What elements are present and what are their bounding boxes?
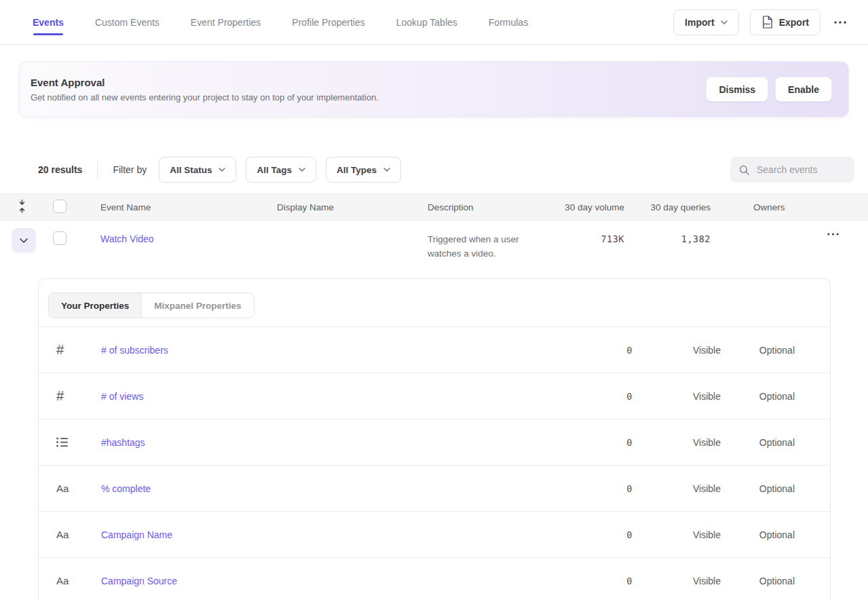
property-row: Aa Campaign Name 0 Visible Optional (39, 512, 830, 558)
property-name-link[interactable]: % complete (101, 483, 565, 494)
column-display-name: Display Name (244, 202, 395, 212)
filter-row: 20 results Filter by All Status All Tags… (0, 156, 868, 183)
property-volume: 0 (565, 345, 633, 356)
row-checkbox[interactable] (53, 231, 67, 245)
chevron-down-icon (219, 168, 225, 172)
letters-icon: Aa (56, 483, 69, 494)
hash-icon: # (56, 388, 64, 404)
properties-panel: Your Properties Mixpanel Properties # # … (38, 278, 831, 600)
results-count: 20 results (38, 164, 82, 175)
tab-formulas[interactable]: Formulas (489, 0, 528, 44)
property-requirement: Optional (721, 345, 795, 356)
divider (97, 161, 98, 179)
import-label: Import (685, 17, 715, 28)
search-input[interactable] (757, 164, 846, 175)
collapse-rows-icon[interactable] (18, 200, 26, 215)
chevron-down-icon (299, 168, 305, 172)
types-filter-label: All Types (337, 165, 377, 175)
hash-icon: # (56, 342, 64, 358)
bulleted-list-icon (56, 437, 69, 447)
letters-icon: Aa (56, 575, 69, 586)
banner-actions: Dismiss Enable (706, 77, 832, 102)
chevron-down-icon (20, 238, 28, 243)
property-name-link[interactable]: Campaign Name (101, 529, 565, 540)
property-requirement: Optional (721, 437, 795, 448)
property-name-link[interactable]: Campaign Source (101, 576, 565, 586)
banner-title: Event Approval (31, 77, 379, 88)
export-button[interactable]: csv Export (750, 10, 820, 35)
status-filter-label: All Status (170, 165, 212, 175)
property-visibility: Visible (633, 437, 721, 448)
property-requirement: Optional (721, 483, 795, 494)
export-label: Export (779, 17, 809, 28)
property-row: Aa Campaign Source 0 Visible Optional (39, 558, 830, 600)
event-30-day-queries: 1,382 (624, 221, 716, 244)
property-row: #hashtags 0 Visible Optional (39, 419, 830, 466)
property-requirement: Optional (721, 529, 795, 540)
search-box (730, 157, 854, 183)
select-all-checkbox[interactable] (53, 200, 67, 213)
column-description: Description (395, 202, 524, 212)
banner-text: Event Approval Get notified on all new e… (31, 77, 379, 102)
property-volume: 0 (565, 483, 633, 494)
property-visibility: Visible (633, 483, 721, 494)
types-filter-dropdown[interactable]: All Types (326, 157, 401, 183)
chevron-down-icon (383, 168, 390, 172)
property-row: # # of subscribers 0 Visible Optional (39, 327, 830, 373)
property-name-link[interactable]: # of subscribers (101, 345, 565, 356)
row-expander-button[interactable] (12, 228, 36, 252)
property-row: # # of views 0 Visible Optional (39, 373, 830, 419)
tab-events[interactable]: Events (33, 0, 64, 44)
property-visibility: Visible (633, 391, 721, 402)
property-volume: 0 (565, 391, 633, 402)
column-event-name: Event Name (76, 202, 244, 212)
dismiss-button[interactable]: Dismiss (706, 77, 768, 102)
property-volume: 0 (565, 529, 633, 540)
tab-custom-events[interactable]: Custom Events (95, 0, 159, 44)
column-owners: Owners (716, 202, 816, 212)
event-table-row: Watch Video Triggered when a user watche… (0, 221, 868, 278)
column-30-day-volume: 30 day volume (524, 202, 624, 212)
property-requirement: Optional (721, 576, 795, 586)
tab-lookup-tables[interactable]: Lookup Tables (396, 0, 457, 44)
ellipsis-icon (834, 21, 846, 24)
tab-your-properties[interactable]: Your Properties (49, 293, 142, 318)
top-nav: Events Custom Events Event Properties Pr… (0, 0, 868, 45)
property-name-link[interactable]: # of views (101, 391, 565, 402)
nav-tabs: Events Custom Events Event Properties Pr… (33, 0, 528, 44)
property-visibility: Visible (633, 345, 721, 356)
chevron-down-icon (721, 20, 728, 24)
letters-icon: Aa (56, 529, 69, 540)
filter-by-label: Filter by (113, 164, 147, 175)
properties-tabs: Your Properties Mixpanel Properties (48, 293, 254, 318)
row-more-options-button[interactable] (827, 233, 839, 236)
enable-button[interactable]: Enable (775, 77, 832, 102)
import-button[interactable]: Import (673, 10, 739, 35)
svg-text:csv: csv (763, 22, 770, 26)
tab-mixpanel-properties[interactable]: Mixpanel Properties (142, 293, 253, 318)
property-requirement: Optional (721, 391, 795, 402)
property-row: Aa % complete 0 Visible Optional (39, 466, 830, 512)
property-visibility: Visible (633, 529, 721, 540)
property-name-link[interactable]: #hashtags (101, 437, 565, 448)
ellipsis-icon (827, 233, 839, 236)
tab-profile-properties[interactable]: Profile Properties (292, 0, 364, 44)
column-30-day-queries: 30 day queries (624, 202, 716, 212)
more-options-button[interactable] (831, 18, 849, 26)
property-visibility: Visible (633, 576, 721, 586)
event-description: Triggered when a user watches a video. (395, 221, 524, 261)
property-volume: 0 (565, 576, 633, 586)
status-filter-dropdown[interactable]: All Status (159, 157, 236, 183)
tags-filter-dropdown[interactable]: All Tags (246, 157, 316, 183)
event-name-link[interactable]: Watch Video (76, 221, 244, 244)
search-icon (738, 164, 750, 176)
tab-event-properties[interactable]: Event Properties (191, 0, 261, 44)
event-approval-banner: Event Approval Get notified on all new e… (19, 61, 849, 117)
tags-filter-label: All Tags (257, 165, 292, 175)
property-volume: 0 (565, 437, 633, 448)
nav-actions: Import csv Export (673, 0, 849, 44)
csv-file-icon: csv (761, 16, 773, 29)
banner-description: Get notified on all new events entering … (31, 92, 379, 102)
events-table-header: Event Name Display Name Description 30 d… (0, 193, 868, 221)
event-30-day-volume: 713K (524, 221, 624, 244)
